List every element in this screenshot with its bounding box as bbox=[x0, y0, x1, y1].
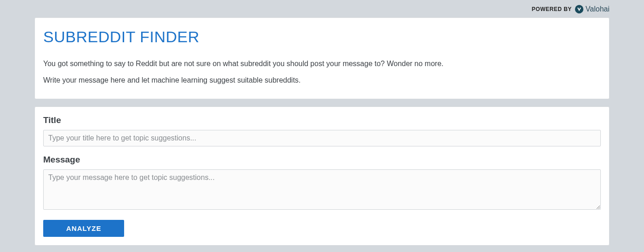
app-title: SUBREDDIT FINDER bbox=[43, 28, 601, 46]
message-label: Message bbox=[43, 155, 601, 165]
powered-by-label: POWERED BY bbox=[532, 6, 572, 12]
powered-by-bar: POWERED BY Valohai bbox=[0, 0, 644, 17]
title-input[interactable] bbox=[43, 130, 601, 146]
form-card: Title Message ANALYZE bbox=[34, 106, 610, 246]
valohai-logo-icon bbox=[575, 5, 584, 14]
svg-point-0 bbox=[575, 5, 583, 13]
message-textarea[interactable] bbox=[43, 169, 601, 210]
intro-text-1: You got something to say to Reddit but a… bbox=[43, 59, 601, 69]
analyze-button[interactable]: ANALYZE bbox=[43, 220, 124, 237]
valohai-logo-link[interactable]: Valohai bbox=[575, 5, 610, 14]
header-card: SUBREDDIT FINDER You got something to sa… bbox=[34, 17, 610, 99]
title-label: Title bbox=[43, 115, 601, 125]
intro-text-2: Write your message here and let machine … bbox=[43, 75, 601, 85]
valohai-brand-name: Valohai bbox=[586, 5, 610, 13]
